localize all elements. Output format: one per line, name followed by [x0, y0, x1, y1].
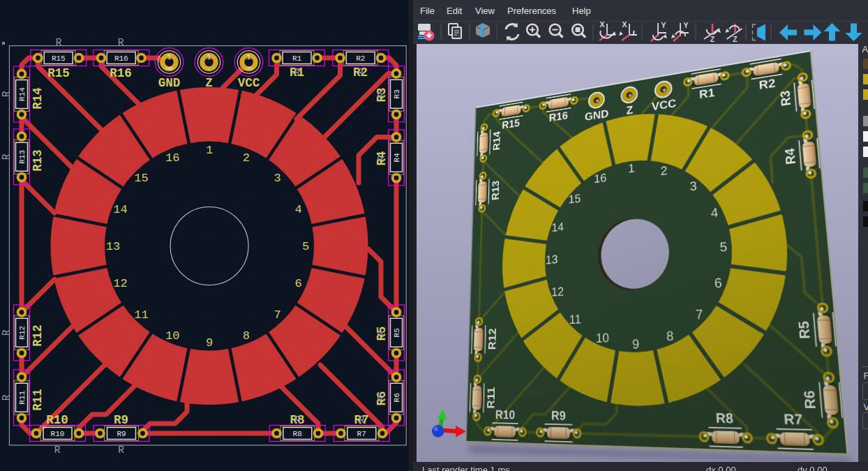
svg-text:R: R: [1, 329, 12, 336]
svg-text:14: 14: [113, 203, 127, 216]
svg-text:1: 1: [206, 144, 213, 157]
svg-text:3: 3: [274, 172, 280, 185]
svg-text:R: R: [376, 155, 387, 161]
svg-text:R14: R14: [31, 87, 45, 110]
svg-text:R: R: [376, 91, 387, 98]
svg-text:R: R: [118, 444, 124, 456]
svg-text:7: 7: [274, 308, 280, 322]
svg-text:R8: R8: [293, 430, 302, 438]
svg-text:1: 1: [207, 54, 211, 61]
svg-text:8: 8: [243, 329, 250, 343]
svg-text:R: R: [54, 444, 61, 456]
svg-text:R11: R11: [31, 389, 45, 411]
svg-text:- - -: - - -: [202, 66, 215, 71]
svg-text:R10: R10: [51, 430, 65, 438]
svg-text:R4: R4: [393, 153, 401, 163]
svg-text:R13: R13: [18, 150, 27, 164]
svg-text:R5: R5: [393, 328, 401, 337]
svg-text:R9: R9: [114, 413, 128, 427]
svg-text:R: R: [56, 37, 62, 48]
svg-text:R7: R7: [357, 430, 366, 438]
svg-text:16: 16: [165, 151, 179, 165]
svg-text:6: 6: [294, 277, 301, 290]
svg-text:13: 13: [106, 240, 120, 253]
svg-text:10: 10: [165, 329, 179, 343]
svg-text:15: 15: [134, 172, 148, 185]
svg-text:GND: GND: [165, 66, 173, 71]
svg-text:R12: R12: [18, 326, 27, 340]
svg-text:1: 1: [167, 54, 171, 61]
svg-text:R9: R9: [117, 430, 126, 438]
svg-text:R11: R11: [18, 391, 27, 405]
svg-text:R: R: [294, 67, 300, 78]
svg-text:R: R: [357, 67, 364, 78]
svg-text:12: 12: [113, 277, 127, 290]
svg-text:R6: R6: [393, 393, 401, 402]
svg-text:R16: R16: [114, 54, 128, 63]
svg-text:VCC: VCC: [238, 76, 260, 90]
svg-text:R: R: [376, 330, 387, 336]
svg-text:R: R: [1, 91, 12, 97]
svg-text:R: R: [1, 154, 12, 160]
svg-text:5: 5: [302, 240, 309, 253]
svg-text:R: R: [294, 414, 301, 426]
svg-text:R10: R10: [46, 413, 68, 427]
svg-text:1: 1: [246, 54, 250, 61]
svg-text:R3: R3: [393, 89, 401, 98]
svg-text:2: 2: [243, 151, 250, 165]
svg-text:R14: R14: [18, 87, 27, 101]
svg-text:R12: R12: [31, 324, 45, 347]
svg-text:Z: Z: [205, 76, 213, 90]
svg-text:R: R: [359, 414, 365, 426]
svg-text:R: R: [376, 395, 387, 401]
svg-text:R2: R2: [356, 54, 365, 63]
svg-text:R15: R15: [52, 54, 66, 63]
svg-text:GND: GND: [158, 76, 181, 90]
svg-text:11: 11: [134, 308, 148, 322]
svg-text:R16: R16: [110, 66, 132, 80]
svg-text:R1: R1: [292, 54, 302, 63]
svg-text:R15: R15: [47, 66, 70, 80]
svg-text:R13: R13: [31, 149, 45, 172]
svg-text:R: R: [118, 37, 124, 48]
svg-text:+5V: +5V: [245, 66, 253, 71]
svg-text:9: 9: [206, 336, 213, 350]
svg-text:R: R: [1, 394, 12, 401]
svg-text:4: 4: [294, 203, 301, 216]
